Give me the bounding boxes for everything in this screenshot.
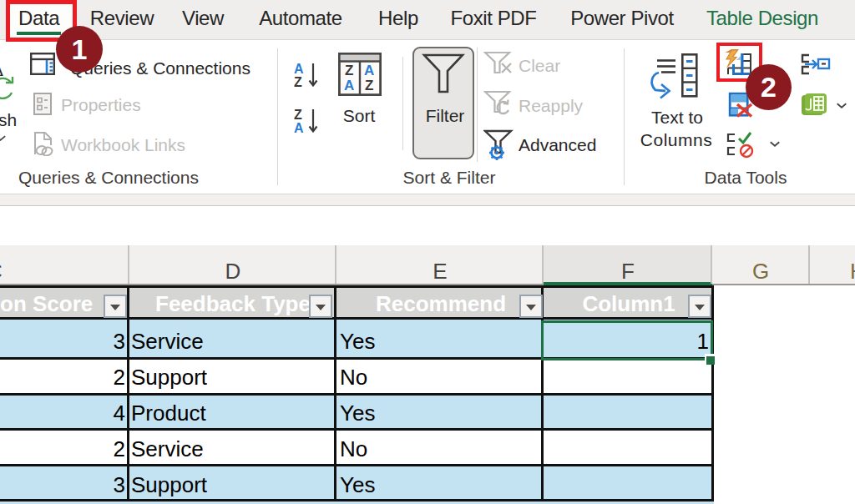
svg-text:A: A xyxy=(344,78,354,93)
svg-text:A: A xyxy=(364,63,374,78)
svg-text:Z: Z xyxy=(294,108,302,122)
svg-text:Z: Z xyxy=(365,78,373,93)
svg-text:Z: Z xyxy=(294,75,302,89)
svg-text:A: A xyxy=(294,62,304,76)
svg-text:A: A xyxy=(294,121,304,135)
svg-text:Z: Z xyxy=(345,63,353,78)
